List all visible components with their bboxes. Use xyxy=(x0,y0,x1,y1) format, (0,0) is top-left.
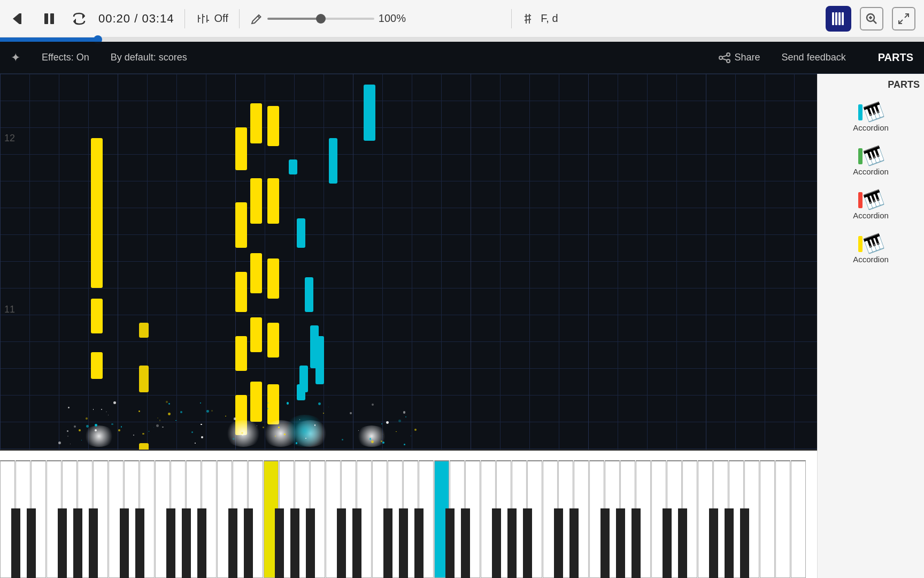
particle-dot xyxy=(149,431,149,431)
glow-effect xyxy=(83,425,115,447)
zoom-in-button[interactable] xyxy=(860,7,883,31)
row-label-12: 12 xyxy=(4,133,15,144)
black-key[interactable] xyxy=(182,508,191,578)
black-key[interactable] xyxy=(244,508,253,578)
grid-h-line xyxy=(0,422,817,422)
black-key[interactable] xyxy=(445,508,455,578)
black-key[interactable] xyxy=(58,508,67,578)
white-key[interactable] xyxy=(775,460,790,578)
particle-dot xyxy=(414,429,417,431)
svg-rect-16 xyxy=(835,12,837,25)
particle-dot xyxy=(168,403,170,405)
part-item-2[interactable]: 🎹 Accordion xyxy=(822,145,920,178)
particle-dot xyxy=(86,425,89,428)
black-key[interactable] xyxy=(290,508,299,578)
particle-dot xyxy=(175,420,176,421)
black-key[interactable] xyxy=(554,508,563,578)
svg-rect-2 xyxy=(44,13,48,24)
grid-h-line xyxy=(0,74,817,74)
black-key[interactable] xyxy=(166,508,175,578)
black-key[interactable] xyxy=(678,508,687,578)
particle-dot xyxy=(305,438,306,439)
send-feedback-button[interactable]: Send feedback xyxy=(782,52,846,63)
svg-line-23 xyxy=(905,14,908,18)
black-key[interactable] xyxy=(383,508,392,578)
white-key[interactable] xyxy=(760,460,775,578)
black-key[interactable] xyxy=(11,508,20,578)
particle-dot xyxy=(211,410,213,412)
parts-section-label: PARTS xyxy=(888,79,920,90)
particle-dot xyxy=(153,427,154,428)
note-bar xyxy=(267,323,279,358)
pause-button[interactable] xyxy=(38,8,60,29)
black-key[interactable] xyxy=(492,508,501,578)
note-bar-cyan xyxy=(289,159,297,174)
grid-h-line xyxy=(0,395,817,396)
black-key[interactable] xyxy=(228,508,237,578)
loop-button[interactable] xyxy=(68,8,90,29)
black-key[interactable] xyxy=(461,508,470,578)
share-button[interactable]: Share xyxy=(719,52,760,64)
rewind-button[interactable] xyxy=(9,8,30,29)
part-name-4: Accordion xyxy=(853,255,889,264)
particle-dot xyxy=(86,417,88,420)
svg-line-13 xyxy=(525,16,531,17)
part-icon-row-1: 🎹 xyxy=(858,103,883,121)
default-scores-button[interactable]: By default: scores xyxy=(111,52,187,63)
black-key[interactable] xyxy=(352,508,361,578)
black-key[interactable] xyxy=(399,508,408,578)
piano-keyboard[interactable] xyxy=(0,450,817,578)
particle-dot xyxy=(372,404,374,406)
progress-bar[interactable] xyxy=(0,37,924,42)
resize-icon xyxy=(897,12,910,25)
black-key[interactable] xyxy=(135,508,144,578)
black-key[interactable] xyxy=(523,508,532,578)
black-key[interactable] xyxy=(507,508,517,578)
toolbar: 00:20 / 03:14 Off 100% F, d xyxy=(0,0,924,37)
svg-rect-17 xyxy=(838,12,841,25)
sidebar: PARTS 🎹 Accordion 🎹 Accordion 🎹 Accordio… xyxy=(817,74,924,578)
part-item-4[interactable]: 🎹 Accordion xyxy=(822,233,920,266)
grid-h-line xyxy=(0,315,817,315)
black-key[interactable] xyxy=(414,508,424,578)
accordion-icon-1: 🎹 xyxy=(862,101,886,124)
part-item-1[interactable]: 🎹 Accordion xyxy=(822,101,920,134)
note-bar xyxy=(91,352,103,379)
black-key[interactable] xyxy=(740,508,749,578)
grid-h-line xyxy=(0,341,817,342)
black-key[interactable] xyxy=(89,508,98,578)
resize-button[interactable] xyxy=(892,7,915,31)
part-item-3[interactable]: 🎹 Accordion xyxy=(822,189,920,222)
time-display: 00:20 / 03:14 xyxy=(98,12,174,26)
volume-slider[interactable] xyxy=(267,18,374,20)
piano-grid-button[interactable] xyxy=(826,6,851,32)
black-key[interactable] xyxy=(725,508,734,578)
black-key[interactable] xyxy=(600,508,610,578)
effects-toggle-button[interactable]: Effects: On xyxy=(42,52,89,63)
separator-1 xyxy=(184,9,185,28)
black-key[interactable] xyxy=(337,508,346,578)
particle-dot xyxy=(358,430,359,431)
particle-dot xyxy=(404,444,405,445)
particle-dot xyxy=(74,425,76,428)
white-key[interactable] xyxy=(791,460,806,578)
black-key[interactable] xyxy=(306,508,315,578)
particle-dot xyxy=(201,436,203,438)
grid-h-line xyxy=(0,101,817,101)
black-key[interactable] xyxy=(709,508,718,578)
part-icon-row-3: 🎹 xyxy=(858,191,883,209)
black-key[interactable] xyxy=(616,508,625,578)
black-key[interactable] xyxy=(663,508,672,578)
black-key[interactable] xyxy=(569,508,579,578)
black-key[interactable] xyxy=(27,508,36,578)
svg-rect-3 xyxy=(50,13,54,24)
black-key[interactable] xyxy=(120,508,129,578)
grid-h-line xyxy=(0,181,817,181)
piano-roll[interactable]: 12 11 xyxy=(0,74,817,578)
black-key[interactable] xyxy=(275,508,284,578)
share-icon xyxy=(719,52,730,64)
black-key[interactable] xyxy=(632,508,641,578)
effects-on-label: Effects: On xyxy=(42,52,89,63)
black-key[interactable] xyxy=(73,508,82,578)
black-key[interactable] xyxy=(197,508,206,578)
